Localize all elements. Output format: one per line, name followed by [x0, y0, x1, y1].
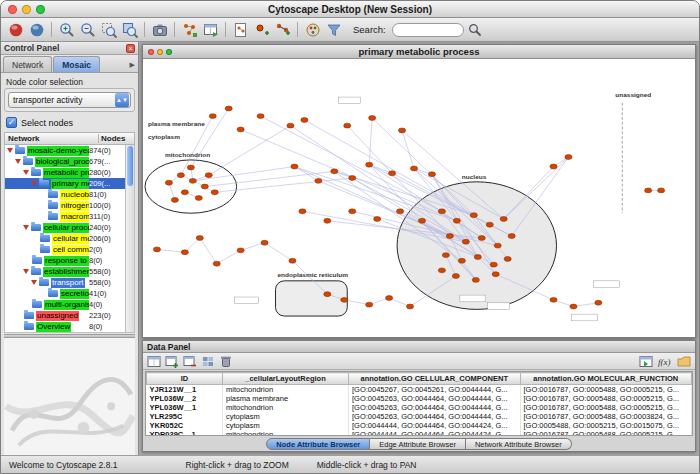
- graph-node[interactable]: [349, 209, 356, 214]
- graph-node[interactable]: [213, 261, 220, 266]
- import-table-icon[interactable]: [201, 20, 220, 39]
- graph-node[interactable]: [366, 162, 373, 167]
- graph-node[interactable]: [299, 209, 306, 214]
- graph-node[interactable]: [205, 173, 212, 178]
- graph-node[interactable]: [406, 304, 413, 309]
- data-panel-titlebar[interactable]: Data Panel: [143, 341, 695, 353]
- graph-node[interactable]: [500, 216, 507, 221]
- graph-node[interactable]: [257, 114, 264, 119]
- graph-node[interactable]: [565, 155, 572, 160]
- graph-node[interactable]: [492, 272, 499, 277]
- graph-node[interactable]: [237, 248, 244, 253]
- graph-node[interactable]: [225, 106, 232, 111]
- graph-node[interactable]: [658, 188, 665, 193]
- graph-node[interactable]: [209, 114, 216, 119]
- table-row[interactable]: YPL036W__2plasma membrane[GO:0045263, GO…: [147, 394, 692, 403]
- formula-icon[interactable]: f(x): [656, 354, 674, 369]
- graph-node[interactable]: [462, 239, 469, 244]
- graph-node[interactable]: [291, 164, 298, 169]
- expand-triangle-icon[interactable]: [23, 225, 29, 230]
- expand-triangle-icon[interactable]: [7, 148, 13, 153]
- import-network-icon[interactable]: [180, 20, 199, 39]
- expand-triangle-icon[interactable]: [15, 159, 21, 164]
- graph-node[interactable]: [474, 255, 481, 260]
- graph-node[interactable]: [490, 262, 497, 267]
- scrollbar-thumb[interactable]: [127, 146, 133, 186]
- graph-node[interactable]: [324, 292, 331, 297]
- graph-node[interactable]: [324, 218, 331, 223]
- expand-triangle-icon[interactable]: [23, 269, 29, 274]
- graph-node[interactable]: [189, 178, 196, 183]
- tree-item[interactable]: unassigned223(0): [5, 310, 125, 321]
- graph-node[interactable]: [153, 247, 160, 252]
- create-attribute-icon[interactable]: [164, 354, 180, 369]
- snapshot-icon[interactable]: [150, 20, 169, 39]
- search-input[interactable]: [398, 24, 458, 36]
- zoom-in-icon[interactable]: [57, 20, 76, 39]
- tree-item[interactable]: macromolecule...311(0): [5, 211, 125, 222]
- graph-node[interactable]: [453, 218, 460, 223]
- attribute-dropdown[interactable]: transporter activity ▲▼: [8, 92, 131, 108]
- graph-node[interactable]: [389, 171, 396, 176]
- add-node-icon[interactable]: [252, 20, 271, 39]
- tree-item[interactable]: cell communica...2(0): [5, 244, 125, 255]
- tree-item[interactable]: primary metabo...209(...: [5, 178, 125, 189]
- graph-node[interactable]: [550, 164, 557, 169]
- graph-node[interactable]: [177, 173, 184, 178]
- tree-item[interactable]: cellular metabo...206(0): [5, 233, 125, 244]
- graph-node[interactable]: [386, 295, 393, 300]
- tab-network[interactable]: Network: [3, 56, 52, 72]
- close-panel-icon[interactable]: ×: [126, 44, 135, 53]
- graph-node[interactable]: [211, 190, 218, 195]
- graph-node[interactable]: [472, 277, 479, 282]
- tree-item[interactable]: nucleobase...81(0): [5, 189, 125, 200]
- graph-node[interactable]: [396, 209, 403, 214]
- graph-node[interactable]: [187, 165, 194, 170]
- graph-node[interactable]: [418, 218, 425, 223]
- red-sphere-icon[interactable]: [6, 20, 25, 39]
- import-attributes-icon[interactable]: [638, 354, 654, 369]
- select-attributes-icon[interactable]: [146, 354, 162, 369]
- graph-node[interactable]: [301, 117, 308, 122]
- add-edge-icon[interactable]: [273, 20, 292, 39]
- folder-icon[interactable]: [676, 354, 692, 369]
- graph-node[interactable]: [494, 243, 501, 248]
- tree-item[interactable]: metabolic process280(0): [5, 167, 125, 178]
- network-column-header[interactable]: Network: [5, 134, 98, 143]
- graph-node[interactable]: [171, 197, 178, 202]
- graph-node[interactable]: [428, 172, 435, 177]
- tab-network-attribute-browser[interactable]: Network Attribute Browser: [466, 438, 572, 450]
- zoom-selected-icon[interactable]: [99, 20, 118, 39]
- graph-node[interactable]: [374, 216, 381, 221]
- column-header[interactable]: ID: [147, 373, 223, 385]
- graph-node[interactable]: [446, 234, 453, 239]
- graph-node[interactable]: [570, 304, 577, 309]
- window-titlebar[interactable]: Cytoscape Desktop (New Session): [1, 1, 699, 18]
- tree-item[interactable]: secretion41(0): [5, 288, 125, 299]
- expand-triangle-icon[interactable]: [31, 181, 37, 186]
- graph-node[interactable]: [595, 300, 602, 305]
- graph-node[interactable]: [438, 209, 445, 214]
- graph-node[interactable]: [181, 250, 188, 255]
- nodes-column-header[interactable]: Nodes: [98, 134, 134, 143]
- expand-triangle-icon[interactable]: [31, 280, 37, 285]
- graph-node[interactable]: [398, 128, 405, 133]
- tab-edge-attribute-browser[interactable]: Edge Attribute Browser: [370, 438, 466, 450]
- table-row[interactable]: YDR039C__1mitochondrion[GO:0044444, GO:0…: [147, 430, 692, 436]
- graph-node[interactable]: [349, 176, 356, 181]
- graph-node[interactable]: [341, 297, 348, 302]
- graph-node[interactable]: [195, 196, 202, 201]
- new-network-icon[interactable]: [231, 20, 250, 39]
- tree-item[interactable]: response to stimul...8(0): [5, 255, 125, 266]
- tree-item[interactable]: nitrogen compo...100(0): [5, 200, 125, 211]
- matrix-icon[interactable]: [200, 354, 216, 369]
- graph-node[interactable]: [458, 258, 465, 263]
- tree-item[interactable]: establishment of l...558(0): [5, 266, 125, 277]
- graph-node[interactable]: [442, 253, 449, 258]
- tree-item[interactable]: transport558(0): [5, 277, 125, 288]
- column-header[interactable]: annotation.GO MOLECULAR_FUNCTION: [520, 373, 692, 385]
- vizmapper-icon[interactable]: [303, 20, 322, 39]
- graph-node[interactable]: [369, 116, 376, 121]
- table-row[interactable]: YLR295Ccytoplasm[GO:0045263, GO:0044464,…: [147, 412, 692, 421]
- tree-item[interactable]: Overview8(0): [5, 321, 125, 332]
